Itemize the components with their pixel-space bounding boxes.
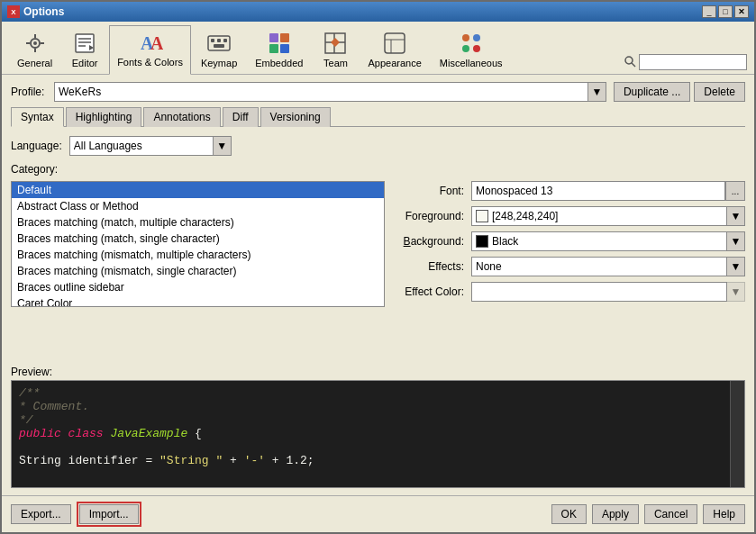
effect-color-dropdown-button[interactable]: ▼	[727, 282, 745, 302]
foreground-row: Foreground: [248,248,240] ▼	[392, 206, 745, 226]
profile-row: Profile: ▼ Duplicate ... Delete	[11, 82, 745, 102]
list-item[interactable]: Braces matching (mismatch, single charac…	[12, 263, 384, 279]
bottom-bar: Export... Import... OK Apply Cancel Help	[2, 495, 754, 532]
effect-color-value	[471, 282, 727, 302]
tab-syntax[interactable]: Syntax	[11, 107, 64, 127]
svg-rect-20	[269, 44, 278, 53]
tab-diff[interactable]: Diff	[223, 107, 259, 127]
search-input[interactable]	[639, 54, 747, 70]
effect-color-value-wrap: ▼	[471, 282, 745, 302]
preview-line: */	[19, 413, 737, 427]
background-swatch	[476, 235, 488, 248]
tab-annotations[interactable]: Annotations	[143, 107, 220, 127]
import-button-wrap: Import...	[77, 502, 141, 527]
font-row: Font: Monospaced 13 ...	[392, 181, 745, 201]
fonts-colors-label: Fonts & Colors	[117, 57, 183, 68]
svg-rect-21	[280, 44, 289, 53]
foreground-value-wrap: [248,248,240] ▼	[471, 206, 745, 226]
svg-marker-25	[331, 38, 340, 47]
help-button[interactable]: Help	[703, 504, 745, 524]
language-select[interactable]	[69, 136, 214, 156]
font-edit-button[interactable]: ...	[725, 181, 745, 201]
options-window: X Options _ □ ✕ General	[0, 0, 756, 534]
svg-rect-13	[208, 36, 230, 50]
list-item[interactable]: Caret Color	[12, 295, 384, 307]
import-button[interactable]: Import...	[79, 504, 139, 524]
effect-color-label: Effect Color:	[392, 285, 464, 298]
effects-value: None	[471, 257, 727, 276]
miscellaneous-icon	[459, 31, 484, 56]
maximize-button[interactable]: □	[718, 5, 733, 18]
toolbar-item-editor[interactable]: Editor	[62, 26, 107, 74]
delete-button[interactable]: Delete	[694, 82, 745, 102]
list-item[interactable]: Default	[12, 182, 384, 198]
svg-point-32	[473, 45, 480, 52]
toolbar-item-appearance[interactable]: Appearance	[360, 26, 429, 74]
app-icon: X	[7, 5, 20, 18]
svg-rect-19	[280, 33, 289, 42]
svg-text:A: A	[150, 33, 163, 53]
toolbar-item-general[interactable]: General	[9, 26, 60, 74]
preview-line: public class JavaExample {	[19, 427, 737, 440]
effects-dropdown-button[interactable]: ▼	[727, 257, 745, 276]
appearance-icon	[382, 31, 407, 56]
list-item[interactable]: Braces matching (match, multiple charact…	[12, 214, 384, 231]
miscellaneous-label: Miscellaneous	[440, 58, 503, 68]
background-dropdown-button[interactable]: ▼	[727, 231, 745, 251]
keymap-label: Keymap	[201, 58, 237, 68]
profile-select[interactable]	[54, 82, 588, 102]
svg-rect-15	[217, 39, 221, 42]
background-row: Background: Black ▼	[392, 231, 745, 251]
list-item[interactable]: Braces matching (match, single character…	[12, 231, 384, 247]
language-label: Language:	[11, 140, 62, 152]
language-dropdown-button[interactable]: ▼	[214, 136, 232, 156]
svg-rect-17	[214, 44, 224, 48]
list-item[interactable]: Braces matching (mismatch, multiple char…	[12, 247, 384, 263]
window-title: Options	[23, 5, 64, 18]
appearance-label: Appearance	[368, 58, 421, 68]
language-select-wrap: ▼	[69, 136, 232, 156]
preview-line: * Comment.	[19, 400, 737, 413]
duplicate-button[interactable]: Duplicate ...	[614, 82, 690, 102]
font-label: Font:	[392, 185, 464, 197]
preview-scrollbar[interactable]	[730, 381, 744, 487]
editor-label: Editor	[72, 58, 98, 68]
svg-point-29	[462, 34, 469, 41]
preview-line: String identifier = "String " + '-' + 1.…	[19, 454, 737, 467]
toolbar-item-fonts-colors[interactable]: A A Fonts & Colors	[109, 25, 191, 75]
profile-dropdown-button[interactable]: ▼	[588, 82, 606, 102]
svg-point-1	[33, 41, 37, 45]
foreground-dropdown-button[interactable]: ▼	[727, 206, 745, 226]
cancel-button[interactable]: Cancel	[644, 504, 697, 524]
apply-button[interactable]: Apply	[592, 504, 639, 524]
svg-point-31	[462, 45, 469, 52]
search-icon	[624, 55, 636, 70]
tab-versioning[interactable]: Versioning	[260, 107, 331, 127]
tab-highlighting[interactable]: Highlighting	[66, 107, 142, 127]
window-controls: _ □ ✕	[702, 5, 749, 18]
foreground-value: [248,248,240]	[471, 206, 727, 226]
close-button[interactable]: ✕	[734, 5, 749, 18]
background-value: Black	[471, 231, 727, 251]
preview-label: Preview:	[11, 366, 745, 378]
ok-button[interactable]: OK	[551, 504, 587, 524]
title-bar: X Options _ □ ✕	[2, 2, 754, 22]
toolbar-item-team[interactable]: Team	[313, 26, 358, 74]
preview-section: Preview: /** * Comment. */ public class …	[11, 366, 745, 488]
toolbar-item-embedded[interactable]: Embedded	[247, 26, 311, 74]
font-value: Monospaced 13	[471, 181, 725, 201]
effects-label: Effects:	[392, 260, 464, 273]
minimize-button[interactable]: _	[702, 5, 716, 18]
props-panel: Font: Monospaced 13 ... Foreground: [248	[392, 181, 745, 360]
tabs: Syntax Highlighting Annotations Diff Ver…	[11, 107, 745, 127]
list-item[interactable]: Abstract Class or Method	[12, 198, 384, 214]
toolbar-item-miscellaneous[interactable]: Miscellaneous	[432, 26, 511, 74]
effect-color-row: Effect Color: ▼	[392, 282, 745, 302]
export-button[interactable]: Export...	[11, 504, 71, 524]
effects-row: Effects: None ▼	[392, 257, 745, 276]
list-item[interactable]: Braces outline sidebar	[12, 279, 384, 295]
svg-rect-6	[76, 34, 94, 52]
category-list[interactable]: Default Abstract Class or Method Braces …	[11, 181, 385, 307]
keymap-icon	[206, 31, 232, 56]
toolbar-item-keymap[interactable]: Keymap	[193, 26, 245, 74]
